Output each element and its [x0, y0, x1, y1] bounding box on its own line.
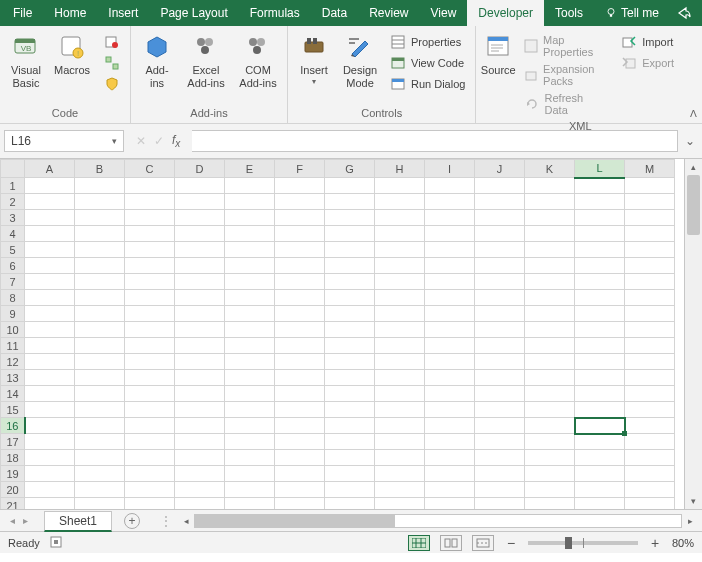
cell-C1[interactable]: [125, 178, 175, 194]
col-header-I[interactable]: I: [425, 160, 475, 178]
macros-button[interactable]: ! Macros: [50, 30, 94, 77]
cell-H9[interactable]: [375, 306, 425, 322]
scroll-left-button[interactable]: ◂: [178, 516, 194, 526]
cell-A13[interactable]: [25, 370, 75, 386]
tab-page-layout[interactable]: Page Layout: [149, 0, 238, 26]
cell-M17[interactable]: [625, 434, 675, 450]
cell-I20[interactable]: [425, 482, 475, 498]
cell-H8[interactable]: [375, 290, 425, 306]
cell-E16[interactable]: [225, 418, 275, 434]
cell-K8[interactable]: [525, 290, 575, 306]
cell-K3[interactable]: [525, 210, 575, 226]
cell-A3[interactable]: [25, 210, 75, 226]
cell-D12[interactable]: [175, 354, 225, 370]
cell-C19[interactable]: [125, 466, 175, 482]
cell-A20[interactable]: [25, 482, 75, 498]
cell-D17[interactable]: [175, 434, 225, 450]
row-header-14[interactable]: 14: [1, 386, 25, 402]
cell-J21[interactable]: [475, 498, 525, 510]
cell-G12[interactable]: [325, 354, 375, 370]
cell-E13[interactable]: [225, 370, 275, 386]
cell-H6[interactable]: [375, 258, 425, 274]
cell-M7[interactable]: [625, 274, 675, 290]
cell-D18[interactable]: [175, 450, 225, 466]
cell-I14[interactable]: [425, 386, 475, 402]
page-layout-view-button[interactable]: [440, 535, 462, 551]
record-macro-button[interactable]: [98, 32, 126, 52]
cell-H14[interactable]: [375, 386, 425, 402]
cell-E21[interactable]: [225, 498, 275, 510]
col-header-M[interactable]: M: [625, 160, 675, 178]
cell-J9[interactable]: [475, 306, 525, 322]
cell-A14[interactable]: [25, 386, 75, 402]
expand-formula-bar-button[interactable]: ⌄: [682, 134, 698, 148]
cell-H16[interactable]: [375, 418, 425, 434]
tab-formulas[interactable]: Formulas: [239, 0, 311, 26]
cell-C14[interactable]: [125, 386, 175, 402]
cell-J10[interactable]: [475, 322, 525, 338]
cell-C15[interactable]: [125, 402, 175, 418]
cell-E19[interactable]: [225, 466, 275, 482]
cell-M2[interactable]: [625, 194, 675, 210]
col-header-A[interactable]: A: [25, 160, 75, 178]
cell-E3[interactable]: [225, 210, 275, 226]
cell-G20[interactable]: [325, 482, 375, 498]
cell-C9[interactable]: [125, 306, 175, 322]
cell-L14[interactable]: [575, 386, 625, 402]
normal-view-button[interactable]: [408, 535, 430, 551]
source-button[interactable]: Source: [480, 30, 516, 77]
cell-L8[interactable]: [575, 290, 625, 306]
cell-F10[interactable]: [275, 322, 325, 338]
enter-formula-button[interactable]: ✓: [154, 134, 164, 148]
cell-K12[interactable]: [525, 354, 575, 370]
cell-G14[interactable]: [325, 386, 375, 402]
cell-I10[interactable]: [425, 322, 475, 338]
macro-security-button[interactable]: [98, 74, 126, 94]
cell-A8[interactable]: [25, 290, 75, 306]
cell-D11[interactable]: [175, 338, 225, 354]
formula-input[interactable]: [192, 130, 678, 152]
cell-B5[interactable]: [75, 242, 125, 258]
tab-review[interactable]: Review: [358, 0, 419, 26]
col-header-L[interactable]: L: [575, 160, 625, 178]
vertical-scrollbar[interactable]: ▴ ▾: [684, 159, 702, 509]
cell-A21[interactable]: [25, 498, 75, 510]
cell-B21[interactable]: [75, 498, 125, 510]
design-mode-button[interactable]: Design Mode: [338, 30, 382, 89]
row-header-7[interactable]: 7: [1, 274, 25, 290]
cell-K2[interactable]: [525, 194, 575, 210]
row-header-5[interactable]: 5: [1, 242, 25, 258]
row-header-15[interactable]: 15: [1, 402, 25, 418]
cell-I7[interactable]: [425, 274, 475, 290]
cell-J20[interactable]: [475, 482, 525, 498]
cell-M21[interactable]: [625, 498, 675, 510]
tab-view[interactable]: View: [420, 0, 468, 26]
cell-E6[interactable]: [225, 258, 275, 274]
cell-H18[interactable]: [375, 450, 425, 466]
col-header-J[interactable]: J: [475, 160, 525, 178]
cell-F15[interactable]: [275, 402, 325, 418]
cell-B6[interactable]: [75, 258, 125, 274]
cell-C2[interactable]: [125, 194, 175, 210]
cell-F9[interactable]: [275, 306, 325, 322]
cell-I9[interactable]: [425, 306, 475, 322]
cell-A17[interactable]: [25, 434, 75, 450]
cell-G2[interactable]: [325, 194, 375, 210]
cell-H13[interactable]: [375, 370, 425, 386]
cell-L18[interactable]: [575, 450, 625, 466]
cell-C17[interactable]: [125, 434, 175, 450]
row-header-2[interactable]: 2: [1, 194, 25, 210]
cell-I18[interactable]: [425, 450, 475, 466]
cell-G17[interactable]: [325, 434, 375, 450]
cell-B10[interactable]: [75, 322, 125, 338]
cell-H15[interactable]: [375, 402, 425, 418]
cell-K10[interactable]: [525, 322, 575, 338]
cell-F2[interactable]: [275, 194, 325, 210]
cell-F6[interactable]: [275, 258, 325, 274]
cell-F1[interactable]: [275, 178, 325, 194]
cell-M8[interactable]: [625, 290, 675, 306]
export-button[interactable]: Export: [615, 53, 680, 73]
cell-G7[interactable]: [325, 274, 375, 290]
cell-F4[interactable]: [275, 226, 325, 242]
grid-table[interactable]: ABCDEFGHIJKLM123456789101112131415161718…: [0, 159, 675, 509]
